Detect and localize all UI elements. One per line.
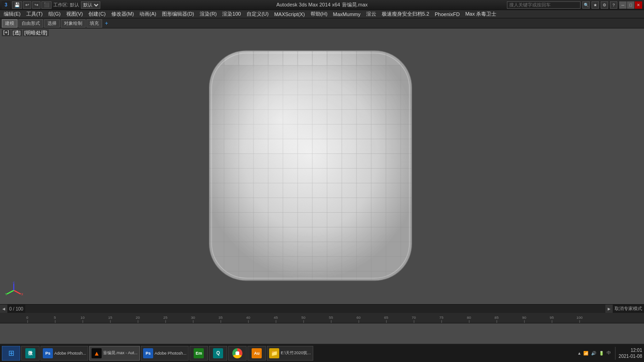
taskbar-qq[interactable]: Q (209, 346, 227, 361)
menu-maxscript[interactable]: MAXScript(X) (271, 11, 308, 17)
modeling-tab[interactable]: 建模 (2, 19, 17, 28)
menu-modifier[interactable]: 修改器(M) (109, 10, 137, 18)
viewport-shading-label[interactable]: [明暗处理] (23, 29, 49, 36)
em-icon: Em (194, 348, 204, 358)
taskbar: ⊞ 微 Ps Adobe Photosh... ▲ 蒈编晃.max - Aut.… (0, 344, 644, 362)
taskbar-photoshop-1[interactable]: Ps Adobe Photosh... (40, 346, 88, 361)
taskbar-3dsmax[interactable]: ▲ 蒈编晃.max - Aut... (89, 346, 140, 361)
quick-access-toolbar: 💾 ↩ ↪ ⬛ 工作区: 默认 默认 (12, 1, 100, 9)
3d-object-display (196, 42, 426, 291)
svg-text:85: 85 (494, 316, 499, 320)
cancel-expert-mode[interactable]: 取消专家模式 (613, 305, 644, 312)
frame-display: 0 / 100 (7, 306, 25, 311)
system-clock[interactable]: 12:01 2021-01-08 (619, 347, 642, 359)
svg-text:0: 0 (26, 316, 29, 320)
populate-tab[interactable]: 填充 (86, 19, 102, 28)
tray-overflow[interactable]: ▲ (577, 351, 581, 356)
menu-render[interactable]: 渲染(R) (197, 10, 219, 18)
timeline-scrubber[interactable]: ◀ 0 / 100 ▶ 取消专家模式 (0, 304, 644, 313)
help-icon[interactable]: ? (610, 1, 617, 9)
taskbar-photoshop-2[interactable]: Ps Adobe Photosh... (141, 346, 189, 361)
folder-icon: 📁 (269, 348, 279, 358)
redo-btn[interactable]: ↪ (32, 1, 40, 9)
tray-volume[interactable]: 🔊 (591, 351, 596, 356)
svg-text:80: 80 (467, 316, 471, 320)
qq-icon: Q (213, 348, 223, 358)
taskbar-audition[interactable]: Au (247, 346, 266, 361)
settings-icon[interactable]: ⚙ (601, 1, 608, 9)
svg-line-58 (7, 290, 14, 294)
timeline-prev-button[interactable]: ◀ (0, 305, 7, 313)
frame-ruler: 0 5 10 15 20 25 30 35 40 45 50 55 60 (0, 313, 644, 323)
viewport-content[interactable]: [+] [透] [明暗处理] (0, 28, 644, 304)
menu-animation[interactable]: 动画(A) (137, 10, 159, 18)
taskbar-chrome[interactable] (228, 346, 247, 361)
taskbar-em[interactable]: Em (190, 346, 208, 361)
menu-antivirus[interactable]: Max 杀毒卫士 (462, 10, 499, 18)
object-paint-tab[interactable]: 对象绘制 (61, 19, 86, 28)
menu-tools[interactable]: 工具(T) (23, 10, 46, 18)
svg-text:40: 40 (246, 316, 250, 320)
tray-ime[interactable]: 中 (607, 350, 611, 356)
minimize-button[interactable]: ─ (619, 1, 627, 9)
svg-line-57 (14, 290, 21, 294)
close-button[interactable]: ✕ (635, 1, 642, 9)
workspace-label: 工作区: 默认 (52, 2, 80, 8)
svg-text:50: 50 (301, 316, 305, 320)
svg-text:60: 60 (356, 316, 361, 320)
viewport-area[interactable]: [+] [透] [明暗处理] (0, 28, 644, 304)
svg-text:45: 45 (274, 316, 278, 320)
viewport-view-label[interactable]: [透] (12, 29, 22, 36)
window-title: Autodesk 3ds Max 2014 x64 蒈编晃.max (276, 1, 368, 8)
workspace-dropdown[interactable]: 默认 (81, 1, 100, 9)
search-input[interactable] (507, 1, 581, 9)
bookmark-icon[interactable]: ★ (592, 1, 599, 9)
menu-customize[interactable]: 自定义(U) (244, 10, 271, 18)
window-controls: ─ □ ✕ (619, 1, 642, 9)
title-right: 🔍 ★ ⚙ ? ─ □ ✕ (507, 1, 642, 9)
undo-btn[interactable]: ↩ (23, 1, 31, 9)
menu-view[interactable]: 视图(V) (63, 10, 86, 18)
folder-label: E:\天竹2020筑... (281, 350, 311, 356)
svg-text:90: 90 (522, 316, 526, 320)
svg-text:10: 10 (80, 316, 85, 320)
start-button[interactable]: ⊞ (2, 346, 20, 361)
menu-phoenixfd[interactable]: PhoenixFD (432, 11, 462, 17)
viewport-plus-label[interactable]: [+] (2, 29, 11, 36)
tray-battery[interactable]: 🔋 (599, 351, 604, 356)
photoshop-icon-1: Ps (43, 348, 53, 358)
menu-help[interactable]: 帮助(H) (308, 10, 330, 18)
add-tab-icon[interactable]: + (103, 20, 110, 27)
app-logo-icon[interactable]: 3 (2, 1, 10, 9)
menu-speedsafe[interactable]: 极速瘦身安全归档5.2 (379, 10, 432, 18)
tray-separator (615, 347, 615, 360)
menu-bar: 编辑(E) 工具(T) 组(G) 视图(V) 创建(C) 修改器(M) 动画(A… (0, 10, 644, 18)
freeform-tab[interactable]: 自由形式 (18, 19, 43, 28)
tray-network[interactable]: 📶 (583, 351, 588, 356)
svg-text:5: 5 (54, 316, 56, 320)
chrome-icon (232, 348, 242, 358)
svg-rect-54 (209, 51, 412, 281)
menu-create[interactable]: 创建(C) (86, 10, 108, 18)
menu-group[interactable]: 组(G) (46, 10, 63, 18)
svg-text:25: 25 (163, 316, 167, 320)
menu-maxmummy[interactable]: MaxMummy (330, 11, 363, 17)
timeline-next-button[interactable]: ▶ (605, 305, 613, 313)
timeline-track[interactable] (25, 305, 605, 313)
audition-icon: Au (252, 348, 262, 358)
menu-yanyun[interactable]: 渲云 (363, 10, 379, 18)
taskbar-wechat[interactable]: 微 (21, 346, 40, 361)
taskbar-folder[interactable]: 📁 E:\天竹2020筑... (267, 346, 313, 361)
search-icon[interactable]: 🔍 (582, 1, 590, 9)
taskbar-right: ▲ 📶 🔊 🔋 中 12:01 2021-01-08 (577, 347, 642, 360)
menu-render100[interactable]: 渲染100 (219, 10, 243, 18)
menu-graph-editor[interactable]: 图形编辑器(D) (159, 10, 197, 18)
svg-text:35: 35 (218, 316, 223, 320)
snap-btn[interactable]: ⬛ (41, 1, 52, 9)
menu-edit[interactable]: 编辑(E) (1, 10, 23, 18)
photoshop-label-2: Adobe Photosh... (155, 351, 186, 356)
maximize-button[interactable]: □ (627, 1, 634, 9)
title-bar: 3 💾 ↩ ↪ ⬛ 工作区: 默认 默认 Autodesk 3ds Max 20… (0, 0, 644, 10)
select-tab[interactable]: 选择 (44, 19, 60, 28)
quick-save-btn[interactable]: 💾 (12, 1, 22, 9)
